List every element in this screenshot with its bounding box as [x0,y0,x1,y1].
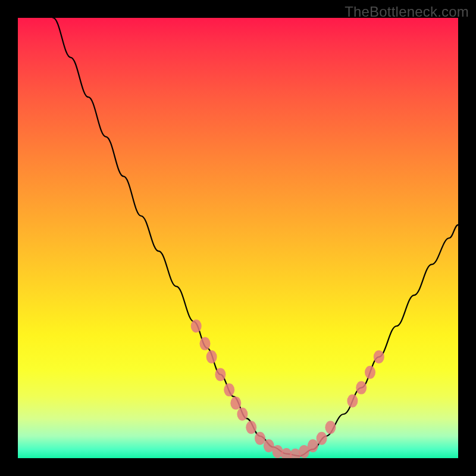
curve-marker [215,368,226,381]
curve-marker [255,432,265,445]
curve-marker [224,383,234,396]
curve-marker [365,366,375,379]
bottleneck-chart [18,18,458,458]
curve-marker [246,421,256,434]
curve-marker [191,320,202,333]
curve-marker [317,432,327,445]
curve-marker [206,350,217,364]
curve-marker [200,337,211,350]
curve-marker [347,394,358,408]
curve-marker [237,408,248,421]
curve-marker [308,439,318,452]
curve-markers [191,320,384,458]
curve-marker [374,350,384,364]
curve-marker [356,381,367,394]
curve-marker [230,397,241,410]
curve-line [53,18,458,456]
curve-marker [325,421,336,434]
watermark-text: TheBottleneck.com [345,4,469,20]
